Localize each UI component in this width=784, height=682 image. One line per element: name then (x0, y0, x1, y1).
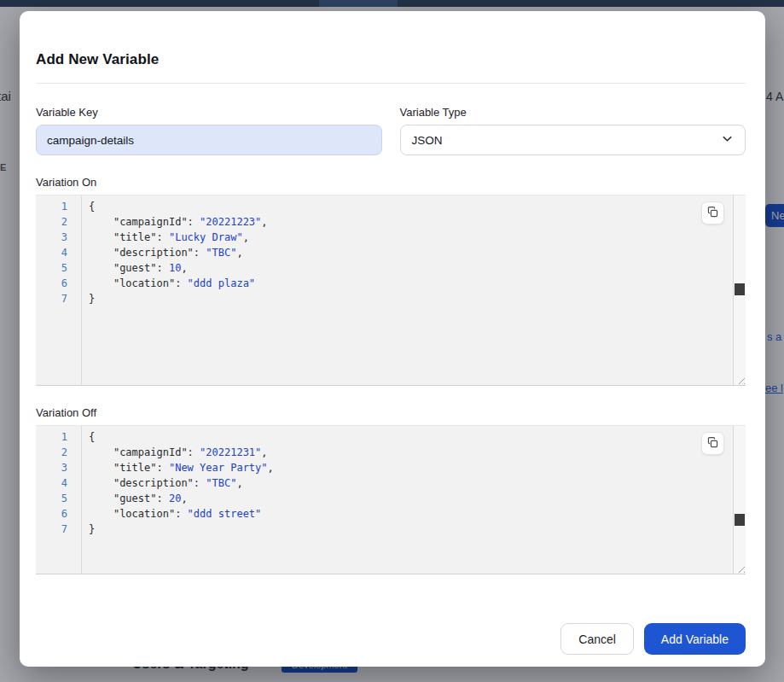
variable-type-label: Variable Type (400, 106, 746, 119)
variable-type-select[interactable]: JSON (400, 125, 746, 155)
variation-on-editor[interactable]: 1234567 { "campaignId": "20221223", "tit… (36, 195, 746, 386)
variable-key-field: Variable Key (36, 106, 382, 155)
editor-scrollbar-track (733, 426, 746, 574)
code-content[interactable]: { "campaignId": "20221223", "title": "Lu… (82, 195, 733, 385)
variable-key-label: Variable Key (36, 106, 382, 119)
variation-off-label: Variation Off (36, 406, 746, 419)
variable-type-value: JSON (412, 134, 443, 147)
dialog-footer: Cancel Add Variable (20, 623, 765, 667)
code-content[interactable]: { "campaignId": "20221231", "title": "Ne… (82, 426, 733, 574)
editor-scrollbar-thumb[interactable] (735, 283, 745, 295)
editor-scrollbar-track (733, 195, 746, 385)
variable-type-field: Variable Type JSON (400, 106, 746, 155)
line-numbers: 1234567 (36, 426, 82, 574)
dialog-title: Add New Variable (36, 51, 746, 68)
add-variable-button[interactable]: Add Variable (644, 623, 746, 655)
copy-button[interactable] (701, 432, 724, 455)
variable-key-input[interactable] (36, 125, 382, 155)
variation-on-label: Variation On (36, 176, 746, 189)
cancel-button[interactable]: Cancel (560, 623, 634, 655)
editor-scrollbar-thumb[interactable] (735, 514, 745, 526)
copy-button[interactable] (701, 201, 724, 224)
copy-icon (706, 436, 719, 452)
add-new-variable-dialog: Add New Variable Variable Key Variable T… (20, 11, 765, 667)
divider (36, 83, 746, 84)
copy-icon (706, 206, 719, 221)
line-numbers: 1234567 (36, 195, 82, 385)
chevron-down-icon (721, 132, 734, 148)
variation-off-editor[interactable]: 1234567 { "campaignId": "20221231", "tit… (36, 425, 746, 574)
